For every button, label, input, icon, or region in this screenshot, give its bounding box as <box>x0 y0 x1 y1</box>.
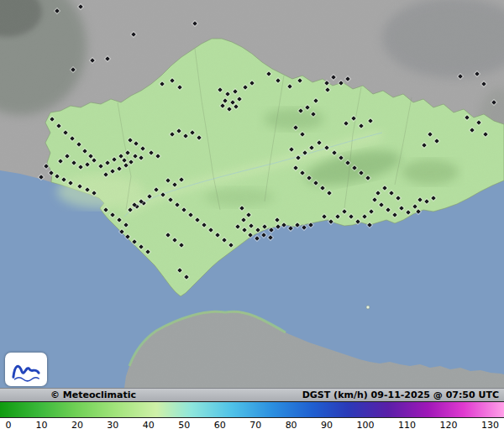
weather-map <box>0 0 504 388</box>
scale-tick-label: 120 <box>439 420 457 431</box>
scale-tick-label: 90 <box>321 420 333 431</box>
meteoclimatic-logo <box>5 353 47 386</box>
scale-tick-label: 30 <box>107 420 118 431</box>
color-scale-bar <box>0 401 504 418</box>
map-terrain <box>0 0 504 388</box>
scale-tick-label: 20 <box>71 420 83 431</box>
alboran-island <box>366 306 370 309</box>
attribution: © Meteoclimatic <box>50 389 136 401</box>
map-title: DGST (km/h) 09-11-2025 @ 07:50 UTC <box>302 389 499 401</box>
footer-bar: © Meteoclimatic DGST (km/h) 09-11-2025 @… <box>0 388 504 401</box>
scale-tick-labels: 0102030405060708090100110120130 <box>0 418 504 431</box>
scale-tick-label: 70 <box>249 420 261 431</box>
color-scale: 0102030405060708090100110120130 <box>0 401 504 434</box>
scale-tick-label: 50 <box>178 420 190 431</box>
scale-tick-label: 100 <box>357 420 375 431</box>
scale-tick-label: 110 <box>398 420 416 431</box>
scale-tick-label: 80 <box>286 420 297 431</box>
scale-tick-label: 10 <box>35 420 47 431</box>
scale-tick-label: 0 <box>5 420 12 431</box>
weather-map-page: © Meteoclimatic DGST (km/h) 09-11-2025 @… <box>0 0 504 434</box>
meteoclimatic-logo-icon <box>8 356 44 383</box>
scale-tick-label: 130 <box>481 420 499 431</box>
scale-tick-label: 40 <box>143 420 155 431</box>
scale-tick-label: 60 <box>214 420 226 431</box>
